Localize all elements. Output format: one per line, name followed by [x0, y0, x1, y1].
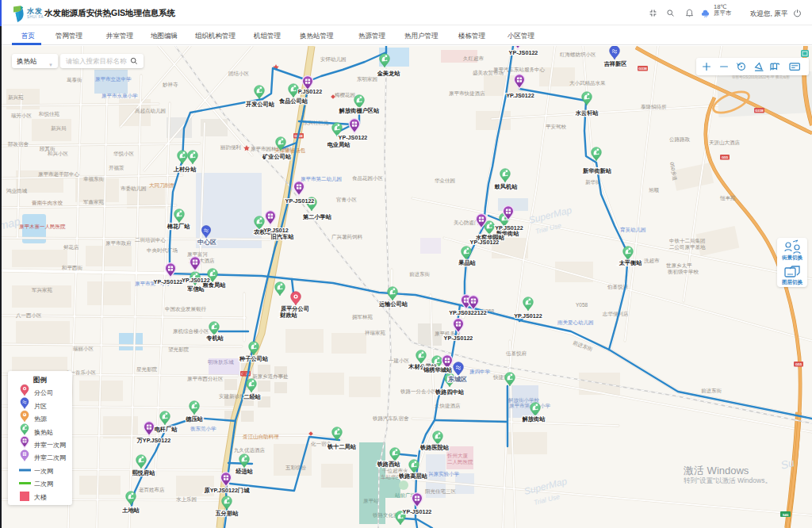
svg-text:东明家园: 东明家园	[357, 76, 377, 82]
svg-text:经适站: 经适站	[235, 468, 253, 475]
svg-text:原YP.JS0122门城: 原YP.JS0122门城	[203, 487, 250, 494]
svg-text:中国农业发展银行: 中国农业发展银行	[165, 306, 207, 312]
svg-text:棉花厂站: 棉花厂站	[167, 223, 191, 230]
svg-text:原平市第二幼儿园: 原平市第二幼儿园	[301, 176, 342, 182]
svg-text:大小武精品水果: 大小武精品水果	[569, 80, 606, 86]
svg-text:旧汽车站: 旧汽车站	[271, 233, 295, 240]
svg-text:晋南牛肉水饺: 晋南牛肉水饺	[32, 200, 63, 206]
svg-text:公路路政: 公路路政	[669, 136, 691, 143]
svg-text:原平市西分社区: 原平市西分社区	[187, 376, 224, 381]
svg-text:瑞芳小区: 瑞芳小区	[11, 113, 33, 118]
svg-text:水上乐园: 水上乐园	[176, 496, 197, 502]
svg-text:水云轩站: 水云轩站	[575, 109, 599, 117]
svg-text:九久优选酒店: 九久优选酒店	[234, 447, 266, 453]
svg-text:鸿业尚城: 鸿业尚城	[6, 188, 28, 194]
svg-text:和平西街: 和平西街	[61, 265, 83, 271]
svg-text:G338: G338	[638, 67, 647, 71]
svg-text:阳光住宅三区: 阳光住宅三区	[425, 488, 457, 495]
svg-text:原平汽车东站服务中心: 原平汽车东站服务中心	[493, 67, 546, 73]
svg-text:G55: G55	[795, 362, 802, 366]
svg-text:原平市老干部中心: 原平市老干部中心	[38, 171, 80, 178]
svg-text:吉祥新区: 吉祥新区	[603, 60, 628, 67]
svg-text:YP-JS0122: YP-JS0122	[444, 335, 473, 342]
svg-text:军兴家苑: 军兴家苑	[32, 287, 53, 293]
svg-text:第二小学站: 第二小学站	[302, 213, 332, 220]
svg-text:安怀幼儿园: 安怀幼儿园	[320, 56, 347, 63]
svg-text:二人民医院: 二人民医院	[447, 459, 473, 465]
svg-text:YP-JS0122: YP-JS0122	[509, 49, 538, 56]
svg-text:前进东街: 前进东街	[701, 388, 722, 394]
svg-text:妙祥寺: 妙祥寺	[163, 82, 178, 88]
svg-text:G338: G338	[755, 109, 764, 113]
svg-text:铁路文化宫: 铁路文化宫	[372, 512, 399, 518]
svg-text:中央时代广场: 中央时代广场	[147, 247, 178, 254]
svg-text:金美龙站: 金美龙站	[377, 70, 401, 77]
svg-text:德压站: 德压站	[185, 415, 203, 423]
svg-text:前进东街: 前进东街	[409, 271, 431, 277]
svg-text:大同刀削面: 大同刀削面	[149, 182, 175, 189]
svg-text:铁路汽车队宿舍: 铁路汽车队宿舍	[372, 415, 409, 422]
svg-text:铁十二局站: 铁十二局站	[327, 443, 357, 450]
svg-text:中心区: 中心区	[197, 239, 216, 246]
svg-text:明珠肤乐城: 明珠肤乐城	[208, 359, 234, 365]
svg-text:部改宿舍: 部改宿舍	[7, 141, 29, 147]
svg-text:上村分站: 上村分站	[173, 166, 197, 173]
svg-text:原平站: 原平站	[363, 498, 379, 504]
svg-text:电杆厂站: 电杆厂站	[155, 426, 178, 433]
svg-text:专机站: 专机站	[205, 335, 224, 342]
svg-text:太平衡站: 太平衡站	[619, 259, 643, 266]
svg-text:YP-JS0122: YP-JS0122	[285, 197, 315, 205]
svg-text:天涯山大酒店: 天涯山大酒店	[709, 140, 741, 146]
svg-text:铁路高层站: 铁路高层站	[398, 473, 428, 480]
svg-text:育英幼儿园: 育英幼儿园	[620, 227, 646, 233]
svg-text:原机综合楼小区: 原机综合楼小区	[173, 328, 209, 335]
svg-text:五分部站: 五分部站	[215, 510, 239, 517]
svg-text:八一西小区: 八一西小区	[16, 312, 42, 319]
svg-text:开发公司站: 开发公司站	[245, 101, 275, 108]
svg-text:S46: S46	[783, 513, 789, 517]
svg-text:YP.JS0322122: YP.JS0322122	[449, 309, 486, 316]
svg-text:运输公司站: 运输公司站	[378, 300, 408, 308]
svg-text:新兴局: 新兴局	[51, 125, 67, 132]
svg-text:伍基悦府: 伍基悦府	[506, 350, 527, 357]
svg-text:团结小区: 团结小区	[228, 71, 250, 77]
svg-text:YP.JS0122: YP.JS0122	[182, 277, 209, 284]
svg-text:食品公司站: 食品公司站	[278, 98, 308, 105]
svg-text:解放街站: 解放街站	[522, 415, 546, 423]
svg-text:幸福东街: 幸福东街	[83, 176, 105, 182]
svg-text:泰隆招待所: 泰隆招待所	[641, 104, 667, 110]
svg-text:鼓风机站: 鼓风机站	[494, 183, 519, 190]
svg-text:YP-JS0122: YP-JS0122	[470, 239, 500, 246]
svg-text:食品花园小区: 食品花园小区	[352, 175, 384, 182]
svg-text:YP.JS0122: YP.JS0122	[506, 92, 534, 99]
svg-text:解放街棚户区站: 解放街棚户区站	[339, 107, 380, 114]
svg-text:原平市第十二小学: 原平市第十二小学	[509, 403, 551, 408]
svg-text:和悦佳苑: 和悦佳苑	[38, 111, 60, 117]
svg-text:开福茶: 开福茶	[109, 165, 124, 171]
svg-text:P.JS0122: P.JS0122	[298, 88, 323, 95]
svg-text:丽韵便利: 丽韵便利	[220, 144, 241, 151]
svg-text:新原乡道办事处: 新原乡道办事处	[252, 373, 289, 380]
svg-text:广兴薯药饲料: 广兴薯药饲料	[331, 234, 363, 240]
svg-text:华悦小区: 华悦小区	[113, 151, 135, 157]
svg-text:锦绣华城站: 锦绣华城站	[423, 366, 453, 373]
svg-text:电业局站: 电业局站	[327, 141, 351, 148]
svg-text:市委幼儿园: 市委幼儿园	[121, 186, 147, 192]
svg-text:雨关爱心幼儿园: 雨关爱心幼儿园	[557, 319, 594, 326]
svg-text:星光影院: 星光影院	[136, 366, 158, 373]
svg-text:忻州大厦: 忻州大厦	[446, 453, 469, 459]
svg-text:衡东莞小学: 衡东莞小学	[190, 426, 216, 432]
svg-text:五彩缤纷: 五彩缤纷	[285, 465, 307, 471]
svg-text:瑞丽小区: 瑞丽小区	[73, 346, 94, 352]
svg-text:原平市快捷酒店: 原平市快捷酒店	[449, 90, 485, 97]
svg-text:梅樱花园: 梅樱花园	[334, 92, 355, 98]
svg-text:果品站: 果品站	[458, 259, 476, 266]
svg-text:原平市立达中学: 原平市立达中学	[95, 76, 132, 82]
svg-text:洗超市: 洗超市	[644, 258, 660, 264]
svg-text:老百姓布店: 老百姓布店	[139, 487, 165, 493]
svg-text:铁路四中站: 铁路四中站	[435, 388, 465, 396]
svg-text:铁路西站: 铁路西站	[377, 461, 401, 468]
svg-text:Y058: Y058	[576, 302, 588, 308]
svg-text:葛泰街: 葛泰街	[67, 77, 82, 83]
svg-text:新华街新站: 新华街新站	[582, 167, 612, 174]
